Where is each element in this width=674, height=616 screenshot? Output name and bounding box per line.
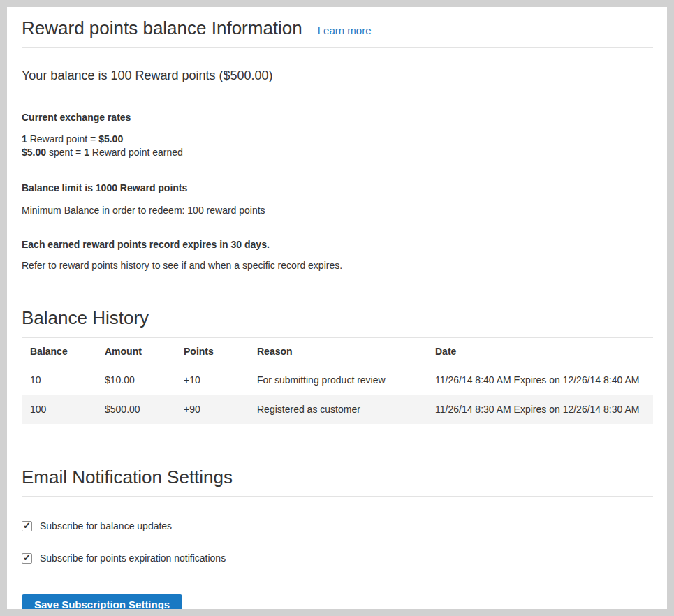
exchange-rate-line-2: $5.00 spent = 1 Reward point earned — [22, 146, 653, 159]
cell-reason: Registered as customer — [249, 395, 427, 424]
reward-points-card: Reward points balance Information Learn … — [7, 7, 667, 609]
column-header-reason: Reason — [249, 338, 427, 365]
cell-reason: For submitting product review — [249, 365, 427, 395]
page-background: Reward points balance Information Learn … — [0, 0, 674, 616]
page-header: Reward points balance Information Learn … — [22, 18, 653, 48]
exchange-rate-line-1: 1 Reward point = $5.00 — [22, 133, 653, 146]
save-subscription-settings-button[interactable]: Save Subscription Settings — [22, 594, 182, 609]
table-row: 10 $10.00 +10 For submitting product rev… — [22, 365, 653, 395]
cell-balance: 100 — [22, 395, 96, 424]
learn-more-link[interactable]: Learn more — [318, 24, 372, 36]
minimum-balance-note: Minimum Balance in order to redeem: 100 … — [22, 205, 653, 216]
column-header-balance: Balance — [22, 338, 96, 365]
column-header-date: Date — [427, 338, 653, 365]
exchange-rates-heading: Current exchange rates — [22, 112, 653, 123]
column-header-amount: Amount — [96, 338, 175, 365]
column-header-points: Points — [175, 338, 249, 365]
expiration-note: Each earned reward points record expires… — [22, 239, 653, 250]
email-notification-section: Email Notification Settings Subscribe fo… — [22, 467, 653, 609]
subscribe-balance-updates-option[interactable]: Subscribe for balance updates — [22, 520, 653, 531]
cell-points: +90 — [175, 395, 249, 424]
table-row: 100 $500.00 +90 Registered as customer 1… — [22, 395, 653, 424]
balance-limit-note: Balance limit is 1000 Reward points — [22, 182, 653, 193]
balance-history-title: Balance History — [22, 308, 653, 338]
cell-date: 11/26/14 8:40 AM Expires on 12/26/14 8:4… — [427, 365, 653, 395]
balance-summary: Your balance is 100 Reward points ($500.… — [22, 68, 653, 84]
subscribe-balance-updates-checkbox[interactable] — [22, 521, 32, 531]
subscribe-expiration-notifications-checkbox[interactable] — [22, 553, 32, 564]
subscribe-expiration-notifications-option[interactable]: Subscribe for points expiration notifica… — [22, 552, 653, 564]
subscribe-expiration-notifications-label[interactable]: Subscribe for points expiration notifica… — [40, 552, 226, 564]
email-notification-title: Email Notification Settings — [22, 467, 653, 497]
subscribe-balance-updates-label[interactable]: Subscribe for balance updates — [40, 520, 172, 531]
exchange-rates-lines: 1 Reward point = $5.00 $5.00 spent = 1 R… — [22, 133, 653, 159]
cell-points: +10 — [175, 365, 249, 395]
cell-balance: 10 — [22, 365, 96, 395]
table-header-row: Balance Amount Points Reason Date — [22, 338, 653, 365]
expiration-hint: Refer to reward points history to see if… — [22, 260, 653, 271]
balance-history-table: Balance Amount Points Reason Date 10 $10… — [22, 338, 653, 424]
cell-amount: $500.00 — [96, 395, 175, 424]
page-title: Reward points balance Information — [22, 18, 302, 38]
balance-history-section: Balance History Balance Amount Points Re… — [22, 308, 653, 424]
cell-amount: $10.00 — [96, 365, 175, 395]
cell-date: 11/26/14 8:30 AM Expires on 12/26/14 8:3… — [427, 395, 653, 424]
